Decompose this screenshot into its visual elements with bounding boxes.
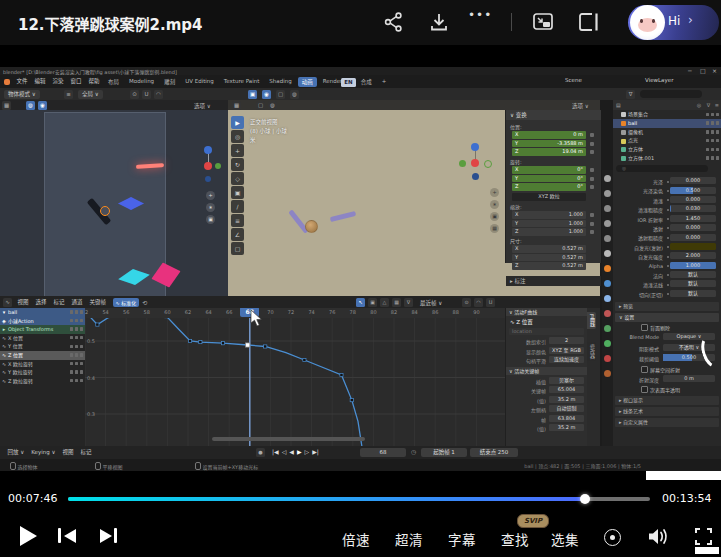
material-swatch[interactable] [670, 243, 716, 250]
channel-icons[interactable] [70, 327, 84, 331]
timeline-menu-item[interactable]: Keying ∨ [28, 446, 59, 459]
next-episode-button[interactable] [100, 529, 112, 543]
graph-menu-item[interactable]: 关键帧 [86, 296, 110, 309]
graph-hscrollbar[interactable] [212, 437, 365, 441]
filter-icon[interactable]: ∇ [707, 102, 710, 108]
transform-field-y[interactable]: Y0.527 m [512, 254, 586, 262]
channel-row[interactable]: ▾ball [0, 308, 85, 317]
cursor-tool-icon[interactable]: ↖ [356, 298, 365, 307]
collapsed-panel[interactable]: ▸ 标注 [506, 276, 601, 286]
properties-search[interactable]: ◎ [616, 165, 708, 172]
options-icon[interactable]: ≡ [715, 102, 719, 108]
volume-icon[interactable] [648, 527, 670, 546]
properties-tab-material[interactable] [604, 355, 611, 362]
graph-sidebar-tab-0[interactable]: F曲线 [587, 312, 596, 329]
lock-icon[interactable] [590, 213, 594, 217]
material-slider[interactable]: 1.000 [670, 262, 716, 269]
transform-field-z[interactable]: Z0.527 m [512, 262, 586, 270]
material-row[interactable]: 自发光(发射) [613, 242, 721, 251]
assistant-label[interactable]: Hi [668, 14, 680, 28]
properties-tab-modifiers[interactable] [604, 280, 611, 287]
side-panel-icon[interactable] [578, 11, 600, 33]
channel-icons[interactable] [70, 379, 84, 383]
visibility-icons[interactable] [706, 113, 720, 117]
menubar-item[interactable]: 编辑 [31, 75, 49, 88]
channel-icons[interactable] [70, 370, 84, 374]
pan-hand-icon[interactable]: ∗ [206, 203, 215, 212]
workspace-tab[interactable]: UV Editing [181, 77, 218, 87]
properties-tab-texture[interactable] [604, 370, 611, 377]
quality-button[interactable]: 超清 [395, 529, 423, 549]
channel-icons[interactable] [70, 319, 84, 323]
active-fcurve-header[interactable]: ∨ 活动F曲线 [506, 308, 587, 316]
sidebar-row[interactable]: 显示颜色XYZ 至 RGB [506, 346, 587, 356]
tool-angle[interactable]: ∠ [231, 228, 244, 241]
visibility-icons[interactable] [706, 121, 720, 125]
lock-icon[interactable] [590, 150, 594, 154]
transform-field-x[interactable]: X0.527 m [512, 245, 586, 253]
tool-select[interactable]: ▶ [231, 116, 244, 129]
properties-tab-constraints[interactable] [604, 325, 611, 332]
graph-sidebar-tab-1[interactable]: 修改器 [587, 342, 596, 361]
transform-field-x[interactable]: X0 m [512, 131, 586, 139]
material-slider[interactable]: 0.000 [670, 196, 716, 203]
material-slider[interactable]: 0.000 [670, 234, 716, 241]
channel-row[interactable]: ∿X 位置 [0, 334, 85, 343]
current-frame-field[interactable]: 68 [360, 448, 406, 457]
active-keyframe-header[interactable]: ∨ 活动关键帧 [506, 367, 587, 375]
transform-field-x[interactable]: X1.000 [512, 211, 586, 219]
material-row[interactable]: 透射粗糙度0.000 [613, 232, 721, 241]
material-row[interactable]: 切向(正切)默认 [613, 289, 721, 298]
workspace-tab[interactable]: 动画 [298, 77, 317, 87]
material-field[interactable]: 2.000 [670, 252, 716, 259]
material-row[interactable]: 光泽0.000 [613, 176, 721, 185]
properties-tab-object-data[interactable] [604, 340, 611, 347]
next-episode-button[interactable] [114, 528, 117, 543]
outliner-row[interactable]: ball [613, 119, 721, 128]
sss-checkbox[interactable] [641, 386, 648, 393]
record-icon[interactable]: ● [256, 448, 265, 457]
properties-tab-render[interactable] [604, 190, 611, 197]
material-row[interactable]: 清漆0.000 [613, 195, 721, 204]
timeline-menu-item[interactable]: 回放 ∨ [4, 446, 28, 459]
rna-path-field[interactable]: location [509, 328, 584, 335]
transform-panel-header[interactable]: ∨ 变换 [506, 110, 601, 120]
workspace-tab[interactable]: 合成 [357, 77, 376, 87]
channel-row[interactable]: ∿Y 位置 [0, 342, 85, 351]
subtitle-button[interactable]: 字幕 [448, 529, 476, 549]
sidebar-row[interactable]: 数组索引2 [506, 336, 587, 346]
prev-episode-button[interactable] [58, 528, 61, 543]
graph-menu-item[interactable]: 通道 [68, 296, 86, 309]
sidebar-row[interactable]: 左侧柄自动钳制 [506, 404, 587, 414]
visibility-icons[interactable] [706, 148, 720, 152]
material-row[interactable]: 清漆法线默认 [613, 279, 721, 288]
properties-tab-physics[interactable] [604, 310, 611, 317]
lock-icon[interactable] [590, 185, 594, 189]
share-icon[interactable] [383, 11, 405, 33]
more-icon[interactable]: ••• [468, 8, 490, 30]
sidebar-row[interactable]: (值)35.2 m [506, 423, 587, 433]
transport-4[interactable]: ▷ [305, 448, 310, 455]
visibility-icons[interactable] [706, 130, 720, 134]
fullscreen-icon[interactable] [695, 528, 712, 545]
camera-view-icon[interactable]: ▣ [490, 212, 499, 221]
visibility-icons[interactable] [706, 156, 720, 160]
progress-bar[interactable] [68, 497, 650, 501]
material-slider[interactable]: 0.000 [670, 177, 716, 184]
collapsed-panel[interactable]: ▸ 自定义属性 [615, 418, 719, 427]
sidebar-row[interactable]: 句柄平滑连续加速度 [506, 355, 587, 365]
image-icon[interactable]: ▦ [392, 298, 401, 307]
transform-field-z[interactable]: Z1.000 [512, 228, 586, 236]
material-menu[interactable]: 默认 [670, 290, 716, 297]
lock-icon[interactable] [590, 230, 594, 234]
lock-icon[interactable] [590, 177, 594, 181]
pan-hand-icon[interactable]: ∗ [490, 200, 499, 209]
graph-menu-item[interactable]: 标记 [50, 296, 68, 309]
gizmo-z-axis[interactable] [471, 143, 479, 151]
grid-icon[interactable]: ▦ [490, 224, 499, 233]
chevron-right-icon[interactable]: › [688, 13, 693, 27]
timeline-menu-item[interactable]: 标记 [77, 446, 95, 459]
pip-icon[interactable] [532, 11, 554, 33]
material-menu[interactable]: 默认 [670, 271, 716, 278]
gizmo-neg-axis[interactable] [205, 176, 211, 182]
